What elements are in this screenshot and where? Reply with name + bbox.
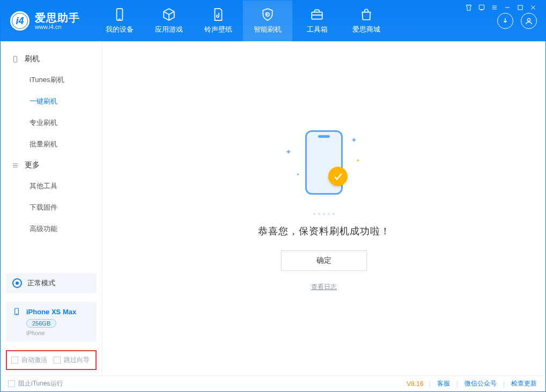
tab-ringtone[interactable]: 铃声壁纸 [194,1,243,41]
list-icon [11,161,19,169]
svg-rect-2 [312,12,322,19]
tab-label: 智能刷机 [254,25,282,34]
sidebar-item-pro-flash[interactable]: 专业刷机 [1,112,102,134]
tab-label: 应用游戏 [155,25,183,34]
header: i4 爱思助手 www.i4.cn 我的设备 应用游戏 铃声壁纸 智能刷机 工具… [1,1,545,41]
tab-label: 工具箱 [307,25,328,34]
sparkle-icon: ✦ [356,158,360,163]
account-button[interactable] [521,13,537,29]
check-badge-icon [328,167,348,186]
mode-indicator-icon [12,278,22,288]
checkbox-icon [8,380,15,387]
minimize-icon[interactable] [504,4,511,11]
success-illustration: ✦ ✦ ✦ ✦ [276,125,372,200]
cube-icon [162,8,176,21]
sidebar: 刷机 iTunes刷机 一键刷机 专业刷机 批量刷机 更多 其他工具 下载固件 … [1,41,102,375]
checkbox-label: 自动激活 [21,356,47,365]
download-button[interactable] [497,13,513,29]
main-content: ✦ ✦ ✦ ✦ 恭喜您，保资料刷机成功啦！ 确定 查看日志 [102,41,545,375]
svg-rect-8 [518,5,522,10]
feedback-icon[interactable] [478,4,485,11]
top-tabs: 我的设备 应用游戏 铃声壁纸 智能刷机 工具箱 爱思商城 [95,1,391,41]
logo[interactable]: i4 爱思助手 www.i4.cn [1,1,91,41]
group-title: 刷机 [25,54,40,64]
sparkle-icon: ✦ [351,136,357,144]
app-site: www.i4.cn [35,24,80,30]
svg-point-11 [527,18,530,21]
sidebar-item-advanced[interactable]: 高级功能 [1,218,102,240]
phone-icon [113,8,127,21]
maximize-icon[interactable] [517,4,524,11]
sidebar-item-other-tools[interactable]: 其他工具 [1,175,102,197]
sidebar-item-download-fw[interactable]: 下载固件 [1,197,102,218]
checkbox-block-itunes[interactable]: 阻止iTunes运行 [8,379,63,388]
storage-badge: 256GB [26,319,56,328]
tab-toolbox[interactable]: 工具箱 [292,1,342,41]
svg-rect-12 [13,56,17,62]
tab-my-device[interactable]: 我的设备 [95,1,144,41]
logo-icon: i4 [10,11,29,31]
checkbox-icon [54,357,61,364]
options-box: 自动激活 跳过向导 [6,350,97,370]
menu-icon[interactable] [491,4,498,11]
version-label: V8.16 [407,380,423,388]
footer-link-update[interactable]: 检查更新 [510,379,538,388]
sidebar-item-itunes-flash[interactable]: iTunes刷机 [1,69,102,91]
group-flash[interactable]: 刷机 [1,49,102,69]
group-more[interactable]: 更多 [1,155,102,175]
footer: 阻止iTunes运行 V8.16 | 客服 | 微信公众号 | 检查更新 [1,375,545,391]
tab-label: 铃声壁纸 [204,25,232,34]
close-icon[interactable] [529,4,537,11]
device-type: iPhone [26,330,90,336]
checkbox-label: 跳过向导 [64,356,90,365]
device-card[interactable]: iPhone XS Max 256GB iPhone [6,302,97,342]
checkbox-icon [11,357,18,364]
tab-store[interactable]: 爱思商城 [342,1,391,41]
bag-icon [359,8,373,21]
app-title: 爱思助手 [35,12,80,24]
svg-rect-3 [479,5,484,9]
svg-rect-0 [117,9,123,20]
view-log-link[interactable]: 查看日志 [311,283,337,292]
success-message: 恭喜您，保资料刷机成功啦！ [258,225,390,238]
device-icon [11,55,19,63]
tab-label: 爱思商城 [352,25,380,34]
mode-card[interactable]: 正常模式 [6,273,97,293]
footer-link-wechat[interactable]: 微信公众号 [463,379,498,388]
sparkle-icon: ✦ [285,147,292,156]
sidebar-item-batch-flash[interactable]: 批量刷机 [1,134,102,155]
shield-refresh-icon [261,8,275,21]
toolbox-icon [310,8,324,21]
checkbox-label: 阻止iTunes运行 [18,379,63,388]
tab-flash[interactable]: 智能刷机 [243,1,292,41]
music-file-icon [211,8,225,21]
tab-label: 我的设备 [106,25,134,34]
ok-button[interactable]: 确定 [281,250,367,271]
decorative-dots [313,213,335,215]
tab-apps[interactable]: 应用游戏 [144,1,194,41]
checkbox-auto-activate[interactable]: 自动激活 [11,356,47,365]
sidebar-item-onekey-flash[interactable]: 一键刷机 [1,91,102,112]
group-title: 更多 [25,160,40,170]
footer-link-support[interactable]: 客服 [436,379,451,388]
phone-outline-icon [12,307,21,316]
shirt-icon[interactable] [465,4,473,11]
checkbox-skip-guide[interactable]: 跳过向导 [54,356,90,365]
device-name: iPhone XS Max [26,308,76,316]
sparkle-icon: ✦ [296,172,300,177]
mode-label: 正常模式 [27,278,55,288]
